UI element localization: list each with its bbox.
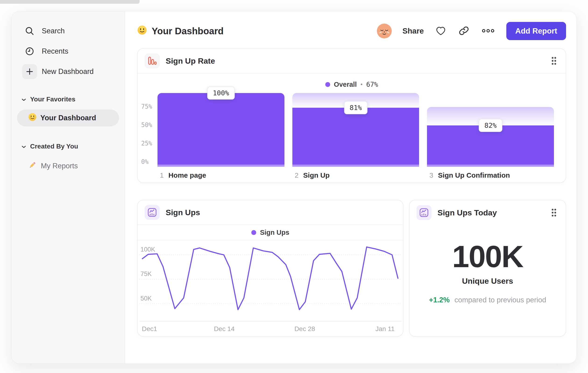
signups-line-path [142, 247, 398, 310]
sidebar-item-label: New Dashboard [42, 67, 94, 76]
x-axis: Dec1 Dec 14 Dec 28 Jan 11 [139, 322, 401, 335]
y-axis-tick: 75% [141, 103, 152, 110]
dashboard-header: Your Dashboard Share [137, 22, 566, 40]
step-label: 3 Sign Up Confirmation [427, 171, 554, 179]
search-icon [22, 24, 37, 39]
funnel-chart-icon [145, 53, 160, 68]
legend-dot [325, 82, 330, 87]
y-axis-tick: 75K [140, 271, 152, 278]
app-window: Search Recents New Dashboard Your Favori… [11, 11, 577, 364]
legend-label: Overall [334, 81, 357, 88]
x-axis-tick: Dec 28 [294, 325, 315, 333]
metric-delta: +1.2% compared to previous period [410, 296, 566, 304]
funnel-step-labels: 1 Home page 2 Sign Up 3 Sign Up Confirma… [158, 171, 554, 179]
metric-body: 100K Unique Users +1.2% compared to prev… [410, 239, 566, 304]
sidebar-item-search[interactable]: Search [11, 21, 125, 41]
delta-value: +1.2% [429, 296, 450, 304]
card-sign-ups: Sign Ups Sign Ups 100K 75K [137, 200, 403, 337]
funnel-plot-area: 75% 50% 25% 0% 100% [158, 93, 554, 167]
step-index: 1 [160, 171, 164, 179]
legend-value: 67% [366, 81, 378, 88]
report-title[interactable]: Sign Ups [166, 208, 200, 217]
funnel-bar-home-page[interactable]: 100% [158, 93, 284, 167]
report-title[interactable]: Sign Up Rate [166, 56, 215, 66]
share-button[interactable]: Share [402, 27, 424, 35]
step-label: 2 Sign Up [292, 171, 419, 179]
y-axis-tick: 100K [140, 246, 155, 253]
sidebar-item-your-dashboard[interactable]: Your Dashboard [17, 110, 119, 126]
step-name: Sign Up [303, 171, 329, 179]
sidebar: Search Recents New Dashboard Your Favori… [11, 11, 125, 363]
sidebar-item-recents[interactable]: Recents [11, 41, 125, 61]
card-header: Sign Ups Today [410, 200, 566, 225]
step-label: 1 Home page [158, 171, 284, 179]
drag-handle-icon[interactable] [549, 207, 559, 219]
line-plot-area: 100K 75K 50K [139, 240, 401, 322]
step-name: Home page [168, 171, 206, 179]
smiley-emoji-icon [137, 25, 147, 37]
section-label: Your Favorites [30, 96, 75, 103]
x-axis-tick: Jan 11 [375, 325, 395, 333]
funnel-bar-sign-up[interactable]: 81% [292, 93, 419, 167]
sidebar-item-label: Recents [42, 47, 68, 55]
funnel-bar-sign-up-confirmation[interactable]: 82% [427, 93, 554, 167]
pencil-emoji-icon [28, 161, 37, 171]
y-axis-tick: 25% [141, 140, 152, 147]
ellipsis-icon [482, 29, 495, 34]
section-label: Created By You [30, 143, 78, 150]
page-title-text: Your Dashboard [152, 26, 223, 36]
page-title: Your Dashboard [137, 25, 223, 37]
drag-handle-icon[interactable] [549, 55, 559, 67]
main-content: Your Dashboard Share [125, 11, 577, 363]
funnel-bar [427, 107, 554, 167]
legend-label: Sign Ups [260, 229, 289, 236]
line-chart-icon [417, 205, 431, 220]
card-header: Sign Ups [138, 200, 403, 225]
sidebar-item-my-reports[interactable]: My Reports [11, 161, 125, 171]
x-axis-tick: Dec 14 [214, 325, 235, 333]
sidebar-item-new-dashboard[interactable]: New Dashboard [11, 61, 125, 81]
metric-unit: Unique Users [410, 276, 566, 286]
sidebar-item-label: My Reports [41, 162, 78, 170]
line-legend[interactable]: Sign Ups [138, 225, 403, 240]
conversion-chip: 81% [344, 101, 367, 114]
funnel-bar-solid [292, 108, 419, 167]
more-options-button[interactable] [481, 28, 496, 34]
step-index: 2 [295, 171, 299, 179]
sidebar-item-label: Search [42, 27, 65, 35]
link-icon [459, 26, 469, 37]
funnel-bar [158, 93, 284, 167]
add-report-button[interactable]: Add Report [506, 22, 566, 40]
plus-icon [22, 64, 37, 79]
metric-value: 100K [410, 239, 566, 274]
background-window-edge [0, 0, 139, 4]
header-actions: Share Add Report [377, 22, 566, 40]
conversion-chip: 100% [207, 87, 235, 100]
favorite-button[interactable] [434, 25, 447, 38]
chevron-down-icon [21, 96, 26, 103]
avatar[interactable] [377, 24, 392, 39]
cards-row: Sign Ups Sign Ups 100K 75K [137, 200, 566, 337]
card-sign-ups-today: Sign Ups Today 100K Unique Users +1.2% c… [409, 200, 566, 337]
legend-separator: • [360, 81, 362, 88]
y-axis-tick: 50K [140, 295, 152, 302]
x-axis-tick: Dec1 [142, 325, 157, 333]
funnel-legend[interactable]: Overall • 67% [138, 80, 566, 89]
copy-link-button[interactable] [458, 25, 470, 38]
delta-note: compared to previous period [454, 296, 546, 304]
chevron-down-icon [21, 143, 26, 150]
step-name: Sign Up Confirmation [438, 171, 510, 179]
line-chart-icon [145, 205, 160, 220]
sidebar-section-created-by-you[interactable]: Created By You [11, 141, 125, 151]
clock-icon [22, 44, 37, 59]
card-sign-up-rate: Sign Up Rate Overall • 67% 75% 50% 25% 0… [137, 48, 566, 183]
sidebar-section-your-favorites[interactable]: Your Favorites [11, 94, 125, 104]
conversion-chip: 82% [479, 119, 502, 132]
report-title[interactable]: Sign Ups Today [438, 208, 497, 217]
card-header: Sign Up Rate [138, 49, 566, 73]
y-axis-tick: 0% [141, 158, 148, 165]
step-index: 3 [429, 171, 433, 179]
y-axis-tick: 50% [141, 121, 152, 129]
funnel-bar-solid [158, 93, 284, 167]
sign-ups-line-chart [139, 240, 402, 322]
